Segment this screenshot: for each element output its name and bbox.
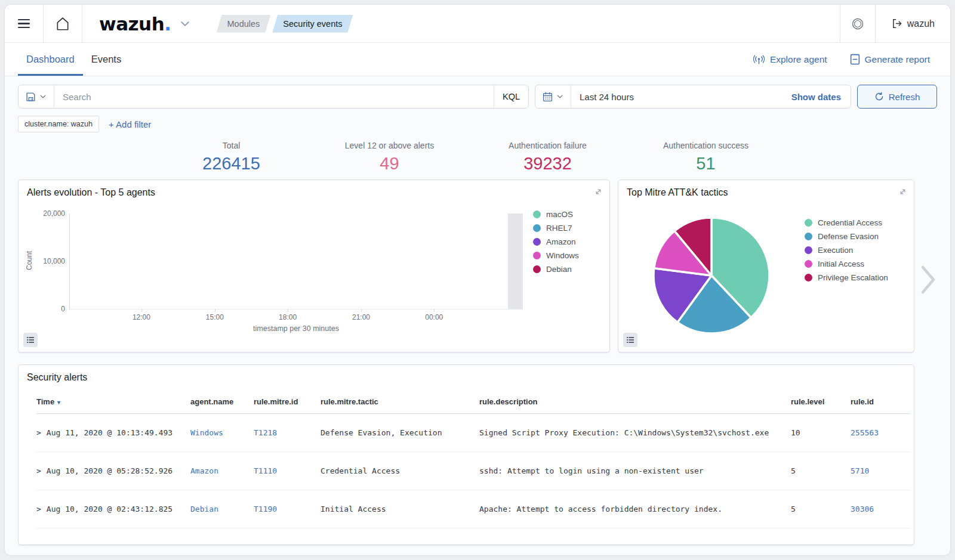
cell-link[interactable]: Amazon (190, 466, 218, 475)
cell-agent-name: Debian (190, 490, 254, 528)
logo-dropdown[interactable]: wazuh. (82, 13, 201, 35)
time-range-value[interactable]: Last 24 hours (571, 92, 782, 102)
cell-rule-mitre-id: T1190 (254, 490, 321, 528)
expand-panel-button[interactable] (896, 185, 909, 198)
cell-link[interactable]: T1218 (254, 428, 277, 437)
bar-chart-legend: macOSRHEL7AmazonWindowsDebian (533, 210, 579, 274)
legend-item[interactable]: Credential Access (805, 218, 888, 227)
legend-label: Amazon (546, 237, 576, 246)
expand-panel-button[interactable] (592, 185, 605, 198)
cell-agent-name: Windows (190, 414, 254, 452)
x-axis-title: timestamp per 30 minutes (69, 324, 523, 333)
column-header-time[interactable]: Time▾ (36, 391, 190, 414)
list-icon (626, 336, 634, 344)
table-header-row: Time▾agent.namerule.mitre.idrule.mitre.t… (36, 391, 910, 414)
module-tabbar: Dashboard Events Explore agent Generate … (5, 43, 950, 76)
breadcrumb: Modules Security events (217, 15, 355, 33)
legend-item[interactable]: Privilege Escalation (805, 273, 888, 282)
stat-level12: Level 12 or above alerts 49 (310, 141, 469, 174)
expand-row-icon[interactable]: > (36, 505, 41, 513)
y-axis-tick: 0 (61, 305, 65, 313)
legend-dot-icon (533, 265, 541, 273)
y-axis-tick: 20,000 (43, 209, 65, 218)
legend-item[interactable]: Windows (533, 251, 579, 260)
x-axis-tick: 18:00 (279, 313, 297, 321)
legend-item[interactable]: Amazon (533, 237, 579, 246)
cell-rule-id: 255563 (851, 414, 910, 452)
expand-row-icon[interactable]: > (36, 466, 41, 475)
cell-rule-level: 10 (791, 414, 851, 452)
cell-link[interactable]: T1190 (254, 505, 277, 513)
legend-item[interactable]: Debian (533, 265, 579, 274)
refresh-button[interactable]: Refresh (857, 85, 937, 109)
legend-dot-icon (533, 224, 541, 232)
top-navigation-bar: wazuh. Modules Security events (5, 5, 950, 43)
quick-select-button[interactable] (535, 85, 571, 108)
generate-report-button[interactable]: Generate report (850, 54, 930, 65)
filter-bar: cluster.name: wazuh + Add filter (18, 116, 937, 132)
expand-row-icon[interactable]: > (36, 428, 41, 437)
user-menu[interactable]: wazuh (876, 18, 950, 29)
legend-label: Windows (546, 251, 579, 260)
x-axis-tick: 15:00 (206, 313, 224, 321)
cell-rule-id: 5710 (851, 452, 910, 490)
stat-total-value[interactable]: 226415 (152, 154, 310, 174)
panel-title: Security alerts (27, 372, 87, 383)
table-body: >Aug 11, 2020 @ 10:13:49.493WindowsT1218… (36, 414, 910, 528)
cell-rule-mitre-tactic: Credential Access (321, 452, 479, 490)
tab-events[interactable]: Events (83, 43, 130, 76)
stats-row: Total 226415 Level 12 or above alerts 49… (18, 137, 937, 174)
legend-label: Privilege Escalation (818, 273, 888, 282)
legend-item[interactable]: macOS (533, 210, 579, 219)
legend-item[interactable]: Defense Evasion (805, 232, 888, 241)
inspect-data-button[interactable] (623, 333, 637, 347)
legend-item[interactable]: RHEL7 (533, 224, 579, 233)
security-alerts-table: Time▾agent.namerule.mitre.idrule.mitre.t… (36, 391, 910, 528)
saved-queries-button[interactable] (19, 85, 54, 108)
add-filter-button[interactable]: + Add filter (109, 119, 151, 129)
stat-auth-failure: Authentication failure 39232 (469, 141, 627, 174)
legend-item[interactable]: Initial Access (805, 259, 888, 268)
cell-link[interactable]: T1110 (254, 466, 277, 475)
stat-auth-failure-value[interactable]: 39232 (469, 154, 627, 174)
save-icon (26, 92, 36, 102)
stat-auth-success-value[interactable]: 51 (627, 154, 785, 174)
cell-link[interactable]: Windows (190, 428, 223, 437)
next-panel-button[interactable] (919, 264, 937, 295)
legend-item[interactable]: Execution (805, 246, 888, 255)
breadcrumb-security-events[interactable]: Security events (272, 15, 353, 33)
column-header-rule-description: rule.description (479, 391, 791, 414)
cell-link[interactable]: 255563 (851, 428, 879, 437)
legend-dot-icon (805, 233, 812, 240)
filter-chip-cluster-name[interactable]: cluster.name: wazuh (18, 116, 99, 132)
show-dates-button[interactable]: Show dates (782, 92, 851, 102)
y-axis-label: Count (25, 251, 33, 270)
search-box: KQL (18, 85, 529, 109)
legend-dot-icon (805, 260, 812, 268)
legend-label: Credential Access (818, 218, 882, 227)
menu-button[interactable] (5, 5, 43, 43)
cell-link[interactable]: 5710 (851, 466, 869, 475)
cell-time: >Aug 11, 2020 @ 10:13:49.493 (36, 414, 190, 452)
kql-toggle[interactable]: KQL (494, 85, 528, 108)
sort-desc-icon: ▾ (57, 399, 60, 406)
cell-time: >Aug 10, 2020 @ 02:43:12.825 (36, 490, 190, 528)
legend-dot-icon (533, 238, 541, 246)
stat-auth-success: Authentication success 51 (627, 141, 785, 174)
legend-dot-icon (805, 274, 812, 281)
explore-agent-button[interactable]: Explore agent (753, 54, 827, 65)
cell-link[interactable]: 30306 (851, 505, 874, 513)
search-input[interactable] (54, 92, 494, 102)
cell-link[interactable]: Debian (190, 505, 218, 513)
cell-rule-mitre-id: T1218 (254, 414, 321, 452)
home-button[interactable] (44, 5, 82, 43)
stat-level12-value[interactable]: 49 (310, 154, 469, 174)
tab-dashboard[interactable]: Dashboard (18, 43, 83, 76)
inspect-data-button[interactable] (23, 333, 38, 347)
table-row: >Aug 10, 2020 @ 02:43:12.825DebianT1190I… (36, 490, 910, 528)
chevron-down-icon (556, 93, 563, 100)
breadcrumb-modules[interactable]: Modules (217, 15, 271, 33)
cluster-status-button[interactable] (840, 5, 875, 43)
panel-title: Top Mitre ATT&K tactics (627, 187, 728, 198)
cell-rule-description: Apache: Attempt to access forbidden dire… (479, 490, 791, 528)
